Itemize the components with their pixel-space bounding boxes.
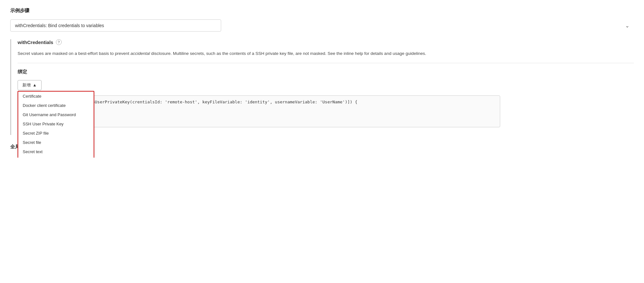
chevron-down-icon: ⌄ bbox=[625, 23, 629, 29]
menu-item-docker-client-certificate[interactable]: Docker client certificate bbox=[18, 101, 94, 110]
desc-part2: disclosure. Multiline secrets, such as t… bbox=[150, 51, 426, 56]
menu-item-ssh-user-private-key[interactable]: SSH User Private Key bbox=[18, 119, 94, 129]
section-title: withCredentials bbox=[18, 40, 53, 45]
menu-item-certificate[interactable]: Certificate bbox=[18, 92, 94, 101]
generate-row: 生成 withCredentials([sshUserPrivateKey(cr… bbox=[18, 95, 634, 135]
binding-title: 绑定 bbox=[18, 69, 634, 75]
menu-item-username-password-conjoined[interactable]: Username and password (conjoined) bbox=[18, 156, 94, 158]
add-button[interactable]: 新增 ▲ bbox=[18, 80, 42, 90]
step-select[interactable]: withCredentials: Bind credentials to var… bbox=[10, 19, 221, 32]
step-select-wrapper: withCredentials: Bind credentials to var… bbox=[10, 19, 634, 32]
add-button-wrapper: 新增 ▲ Certificate Docker client certifica… bbox=[18, 80, 42, 90]
add-button-arrow-icon: ▲ bbox=[33, 83, 37, 87]
section-divider bbox=[18, 63, 634, 63]
section-header: withCredentials ? bbox=[18, 39, 634, 45]
help-icon[interactable]: ? bbox=[56, 39, 62, 45]
add-button-label: 新增 bbox=[22, 82, 31, 88]
with-credentials-section: withCredentials ? Secret values are mask… bbox=[10, 39, 634, 135]
global-vars-title: 全局变量 bbox=[10, 144, 634, 150]
menu-item-secret-text[interactable]: Secret text bbox=[18, 147, 94, 156]
desc-italic: accidental bbox=[130, 51, 150, 56]
code-content: withCredentials([sshUserPrivateKey(crent… bbox=[45, 100, 495, 114]
desc-part1: Secret values are masked on a best-effor… bbox=[18, 51, 130, 56]
add-dropdown-menu: Certificate Docker client certificate Gi… bbox=[18, 91, 94, 158]
code-area: withCredentials([sshUserPrivateKey(crent… bbox=[40, 95, 500, 127]
menu-item-secret-zip-file[interactable]: Secret ZIP file bbox=[18, 129, 94, 138]
page-title: 示例步骤 bbox=[10, 8, 634, 14]
section-description: Secret values are masked on a best-effor… bbox=[18, 50, 465, 57]
menu-item-secret-file[interactable]: Secret file bbox=[18, 138, 94, 147]
menu-item-git-username-password[interactable]: Git Username and Password bbox=[18, 110, 94, 119]
